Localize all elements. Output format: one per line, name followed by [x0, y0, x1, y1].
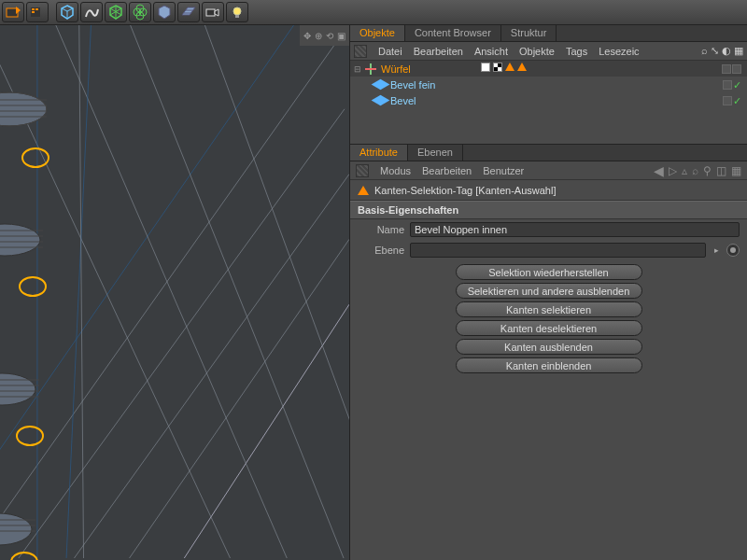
menu-modus[interactable]: Modus [380, 165, 411, 176]
search-icon[interactable]: ⌕ [692, 164, 698, 177]
menu-objekte[interactable]: Objekte [519, 46, 555, 57]
check-icon[interactable]: ✓ [733, 96, 741, 105]
dropdown-arrow-icon[interactable]: ▸ [712, 245, 721, 255]
menu-datei[interactable]: Datei [378, 46, 402, 57]
input-name[interactable] [410, 222, 740, 237]
row-ebene: Ebene ▸ [350, 240, 747, 260]
tree-row-bevel[interactable]: Bevel ✓ [350, 92, 747, 108]
check-icon[interactable]: ✓ [733, 80, 741, 90]
svg-point-44 [0, 373, 35, 405]
svg-rect-25 [235, 15, 239, 18]
svg-line-38 [79, 25, 84, 558]
maximize-icon[interactable]: ▣ [337, 31, 345, 41]
input-ebene[interactable] [410, 243, 706, 258]
svg-line-35 [204, 25, 349, 558]
btn-selektion-wiederherstellen[interactable]: Selektion wiederherstellen [456, 264, 642, 280]
tool-move-project[interactable] [2, 2, 24, 22]
tool-generator[interactable] [105, 2, 127, 22]
viewport-nav-icons[interactable]: ✥ ⊕ ⟲ ▣ [300, 25, 349, 46]
grid-icon[interactable]: ▦ [731, 164, 741, 177]
nav-up-icon[interactable]: ▵ [682, 164, 687, 177]
tree-row-bevel-fein[interactable]: Bevel fein ✓ [350, 77, 747, 92]
menu-bearbeiten[interactable]: Bearbeiten [422, 165, 472, 176]
tree-label: Bevel fein [390, 79, 435, 91]
row-name: Name [350, 219, 747, 240]
svg-line-30 [112, 239, 349, 558]
tab-content-browser[interactable]: Content Browser [405, 25, 501, 41]
layer-picker-icon[interactable] [726, 244, 740, 257]
tool-cube[interactable] [56, 2, 78, 22]
eye-icon[interactable]: ◐ [722, 45, 731, 57]
tree-row-wurfel[interactable]: ⊟ Würfel [350, 61, 747, 77]
svg-point-39 [0, 92, 47, 126]
menu-tags[interactable]: Tags [566, 46, 587, 57]
svg-point-47 [11, 553, 37, 560]
panel-grip-icon[interactable] [354, 45, 367, 58]
label-name: Name [358, 224, 404, 235]
svg-point-45 [17, 427, 43, 445]
btn-kanten-ausblenden[interactable]: Kanten ausblenden [456, 339, 642, 355]
search-icon[interactable]: ⌕ [701, 45, 708, 57]
svg-line-33 [56, 25, 298, 558]
arrow-icon[interactable]: ⤡ [711, 45, 719, 57]
svg-rect-22 [206, 9, 215, 16]
svg-rect-3 [32, 8, 35, 10]
nav-back-icon[interactable]: ◀ [654, 163, 664, 178]
new-icon[interactable]: ◫ [716, 164, 726, 177]
tool-spline[interactable] [80, 2, 103, 22]
section-basis-eigenschaften: Basis-Eigenschaften [350, 201, 747, 219]
tag-header-text: Kanten-Selektion-Tag [Kanten-Auswahl] [374, 185, 556, 196]
lock-icon[interactable]: ⚲ [703, 164, 712, 177]
svg-point-41 [22, 148, 49, 167]
tag-column [481, 63, 527, 72]
tab-attribute[interactable]: Attribute [350, 145, 408, 161]
tool-deformer[interactable] [129, 2, 151, 22]
svg-line-31 [168, 304, 349, 558]
main-toolbar [0, 0, 747, 25]
tag-checker-icon[interactable] [493, 63, 502, 72]
pan-icon[interactable]: ✥ [303, 31, 311, 41]
tab-objekte[interactable]: Objekte [350, 25, 405, 41]
svg-rect-4 [35, 8, 38, 10]
zoom-icon[interactable]: ⊕ [315, 31, 322, 41]
label-ebene: Ebene [358, 245, 404, 256]
button-stack: Selektion wiederherstellen Selektieren u… [350, 260, 747, 377]
btn-kanten-selektieren[interactable]: Kanten selektieren [456, 301, 642, 317]
tag-texture-icon[interactable] [481, 63, 490, 72]
axis-icon [363, 63, 378, 76]
tool-render[interactable] [26, 2, 49, 22]
edge-selection-icon [358, 186, 369, 195]
svg-point-46 [0, 513, 32, 545]
svg-line-8 [67, 8, 73, 11]
tag-edge-selection-icon-2[interactable] [517, 63, 527, 71]
svg-point-43 [20, 277, 46, 296]
btn-kanten-deselektieren[interactable]: Kanten deselektieren [456, 320, 642, 336]
menu-ansicht[interactable]: Ansicht [474, 46, 508, 57]
rotate-icon[interactable]: ⟲ [326, 31, 333, 41]
nav-fwd-icon[interactable]: ▷ [669, 164, 677, 177]
tool-light[interactable] [226, 2, 248, 22]
svg-rect-5 [32, 11, 35, 13]
tree-label: Bevel [390, 95, 416, 106]
grid-icon[interactable]: ▦ [734, 45, 743, 57]
panel-grip-icon[interactable] [356, 164, 369, 177]
svg-line-7 [62, 8, 67, 11]
tab-struktur[interactable]: Struktur [501, 25, 557, 41]
viewport[interactable]: ✥ ⊕ ⟲ ▣ [0, 25, 350, 560]
object-tree[interactable]: ⊟ Würfel Bevel fein ✓ Bevel ✓ [350, 61, 747, 145]
tab-ebenen[interactable]: Ebenen [408, 145, 463, 161]
tool-environment[interactable] [153, 2, 176, 22]
menu-lesezeichen[interactable]: Lesezeic [599, 46, 639, 57]
tool-floor[interactable] [177, 2, 200, 22]
tag-edge-selection-icon[interactable] [505, 63, 514, 71]
btn-selektieren-und-andere-ausblenden[interactable]: Selektieren und andere ausblenden [456, 283, 642, 299]
svg-point-24 [233, 7, 241, 15]
svg-marker-19 [182, 7, 195, 15]
cube-icon [373, 78, 388, 91]
menu-benutzer[interactable]: Benutzer [483, 165, 524, 176]
btn-kanten-einblenden[interactable]: Kanten einblenden [456, 357, 642, 373]
menu-bearbeiten[interactable]: Bearbeiten [414, 46, 463, 57]
tree-collapse-icon[interactable]: ⊟ [354, 64, 363, 74]
tool-camera[interactable] [202, 2, 224, 22]
tree-label: Würfel [381, 63, 411, 75]
